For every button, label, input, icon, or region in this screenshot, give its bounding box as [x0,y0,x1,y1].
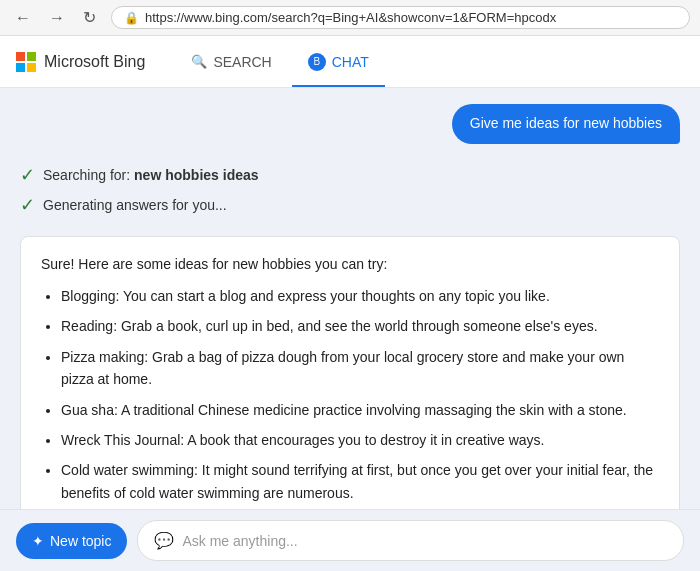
bing-logo-text: Microsoft Bing [44,53,145,71]
tab-search-label: SEARCH [213,54,271,70]
new-topic-label: New topic [50,533,111,549]
list-item: Wreck This Journal: A book that encourag… [61,429,659,451]
status-item-searching: ✓ Searching for: new hobbies ideas [20,164,680,186]
message-icon: 💬 [154,531,174,550]
chat-area: Give me ideas for new hobbies ✓ Searchin… [0,88,700,509]
list-item: Blogging: You can start a blog and expre… [61,285,659,307]
browser-nav: ← → ↻ [10,6,101,29]
tab-search[interactable]: 🔍 SEARCH [175,36,287,87]
url-text: https://www.bing.com/search?q=Bing+AI&sh… [145,10,556,25]
svg-rect-2 [16,63,25,72]
bottom-bar: ✦ New topic 💬 Ask me anything... [0,509,700,571]
back-button[interactable]: ← [10,7,36,29]
status-searching-text: Searching for: new hobbies ideas [43,167,259,183]
refresh-button[interactable]: ↻ [78,6,101,29]
check-icon-1: ✓ [20,164,35,186]
list-item: Reading: Grab a book, curl up in bed, an… [61,315,659,337]
tab-chat[interactable]: B CHAT [292,36,385,87]
nav-tabs: 🔍 SEARCH B CHAT [175,36,384,87]
logo-area: Microsoft Bing [16,52,145,72]
status-generating-text: Generating answers for you... [43,197,227,213]
check-icon-2: ✓ [20,194,35,216]
ask-placeholder: Ask me anything... [182,533,297,549]
list-item: Gua sha: A traditional Chinese medicine … [61,399,659,421]
user-message: Give me ideas for new hobbies [452,104,680,144]
lock-icon: 🔒 [124,11,139,25]
ask-input[interactable]: 💬 Ask me anything... [137,520,684,561]
forward-button[interactable]: → [44,7,70,29]
browser-chrome: ← → ↻ 🔒 https://www.bing.com/search?q=Bi… [0,0,700,36]
tab-chat-label: CHAT [332,54,369,70]
status-item-generating: ✓ Generating answers for you... [20,194,680,216]
response-intro: Sure! Here are some ideas for new hobbie… [41,253,659,275]
response-list: Blogging: You can start a blog and expre… [41,285,659,504]
status-searching-bold: new hobbies ideas [134,167,258,183]
app-header: Microsoft Bing 🔍 SEARCH B CHAT [0,36,700,88]
microsoft-logo [16,52,36,72]
new-topic-button[interactable]: ✦ New topic [16,523,127,559]
search-icon: 🔍 [191,54,207,69]
svg-rect-1 [27,52,36,61]
main-content: Give me ideas for new hobbies ✓ Searchin… [0,88,700,571]
status-area: ✓ Searching for: new hobbies ideas ✓ Gen… [20,160,680,220]
list-item: Pizza making: Grab a bag of pizza dough … [61,346,659,391]
response-card: Sure! Here are some ideas for new hobbie… [20,236,680,509]
address-bar[interactable]: 🔒 https://www.bing.com/search?q=Bing+AI&… [111,6,690,29]
sparkle-icon: ✦ [32,533,44,549]
svg-rect-0 [16,52,25,61]
list-item: Cold water swimming: It might sound terr… [61,459,659,504]
chat-icon: B [308,53,326,71]
svg-rect-3 [27,63,36,72]
